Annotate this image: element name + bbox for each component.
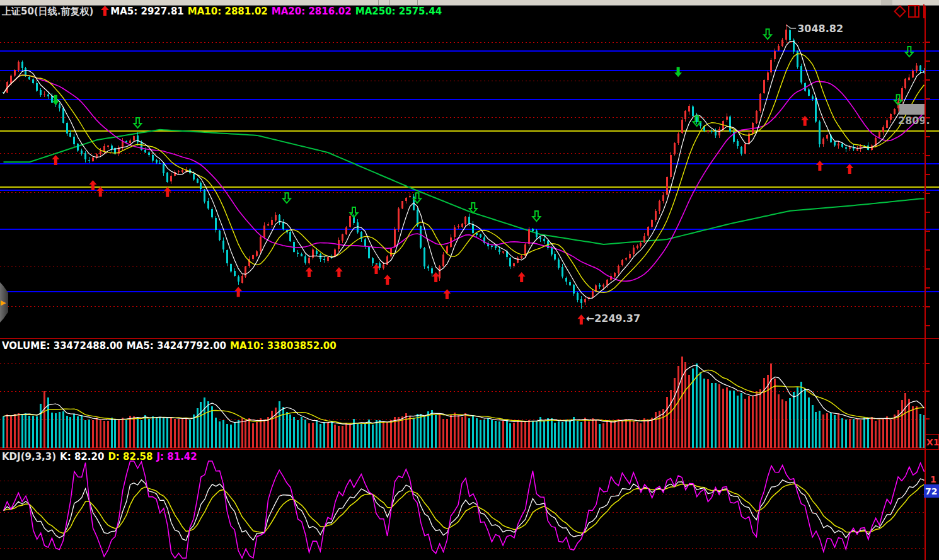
buy-arrow-icon bbox=[577, 314, 585, 324]
svg-text:X1: X1 bbox=[926, 437, 939, 447]
buy-arrow-icon bbox=[432, 272, 440, 282]
symbol-title: 上证50(日线.前复权) bbox=[2, 6, 93, 17]
main-chart-header: 上证50(日线.前复权)MA5: 2927.81MA10: 2881.02MA2… bbox=[2, 6, 449, 18]
ma-readouts: MA5: 2927.81MA10: 2881.02MA20: 2816.02MA… bbox=[110, 6, 446, 17]
buy-arrow-icon bbox=[335, 267, 343, 277]
kdj-header: KDJ(9,3,3)K: 82.20D: 82.58J: 81.42 bbox=[2, 451, 205, 462]
diamond-icon[interactable] bbox=[894, 5, 906, 18]
buy-arrow-icon bbox=[89, 180, 96, 190]
sell-arrow-icon bbox=[283, 193, 291, 203]
buy-arrow-icon bbox=[816, 161, 824, 171]
volume-readout-0: VOLUME: 33472488.00 bbox=[2, 340, 123, 351]
split-window-icon[interactable] bbox=[908, 5, 919, 18]
sell-arrow-icon bbox=[764, 29, 771, 39]
sell-arrow-icon bbox=[413, 193, 421, 203]
chart-canvas[interactable]: 3048.82←2249.372809.X1172 bbox=[0, 0, 939, 560]
ma-readout-0: MA5: 2927.81 bbox=[110, 6, 184, 17]
svg-text:←2249.37: ←2249.37 bbox=[586, 312, 640, 324]
expand-arrow-icon: ▶ bbox=[1, 299, 6, 306]
toolbar-bottom-edge bbox=[0, 0, 939, 6]
pane-corner-icons bbox=[896, 4, 925, 18]
buy-arrow-icon bbox=[372, 264, 380, 274]
buy-arrow-icon bbox=[384, 275, 391, 285]
volume-readout-2: MA10: 33803852.00 bbox=[230, 340, 337, 351]
svg-text:72: 72 bbox=[925, 486, 937, 496]
buy-arrow-icon bbox=[443, 289, 451, 299]
svg-text:3048.82: 3048.82 bbox=[797, 23, 843, 35]
kdj-indicator-name: KDJ(9,3,3) bbox=[2, 451, 56, 462]
buy-arrow-icon bbox=[846, 164, 853, 174]
sell-arrow-icon bbox=[533, 211, 540, 221]
svg-text:1: 1 bbox=[930, 474, 936, 484]
ma-readout-1: MA10: 2881.02 bbox=[188, 6, 268, 17]
volume-readout-1: MA5: 34247792.00 bbox=[127, 340, 226, 351]
kdj-readout-2: J: 81.42 bbox=[157, 451, 197, 462]
kdj-readout-1: D: 82.58 bbox=[108, 451, 153, 462]
toolbar-separator bbox=[378, 0, 379, 5]
buy-arrow-icon bbox=[164, 187, 171, 197]
ma-readout-3: MA250: 2575.44 bbox=[355, 6, 442, 17]
volume-header: VOLUME: 33472488.00MA5: 34247792.00MA10:… bbox=[2, 340, 344, 351]
toolbar-separator bbox=[389, 0, 390, 5]
kdj-readouts: K: 82.20D: 82.58J: 81.42 bbox=[60, 451, 201, 462]
kdj-readout-0: K: 82.20 bbox=[60, 451, 104, 462]
split-window-divider bbox=[914, 6, 916, 16]
axis-edge-bar bbox=[923, 4, 925, 18]
ma-readout-2: MA20: 2816.02 bbox=[272, 6, 352, 17]
buy-arrow-icon bbox=[306, 267, 313, 277]
toolbar-segment bbox=[881, 0, 892, 5]
sell-arrow-icon bbox=[674, 67, 682, 77]
buy-arrow-icon bbox=[518, 272, 526, 282]
toolbar-separator bbox=[417, 0, 418, 5]
stock-chart-app: 3048.82←2249.372809.X1172 上证50(日线.前复权)MA… bbox=[0, 0, 939, 560]
up-arrow-icon bbox=[101, 6, 109, 16]
sell-arrow-icon bbox=[134, 118, 141, 128]
buy-arrow-icon bbox=[96, 186, 104, 197]
buy-arrow-icon bbox=[801, 116, 809, 126]
volume-readouts: VOLUME: 33472488.00MA5: 34247792.00MA10:… bbox=[2, 340, 340, 351]
